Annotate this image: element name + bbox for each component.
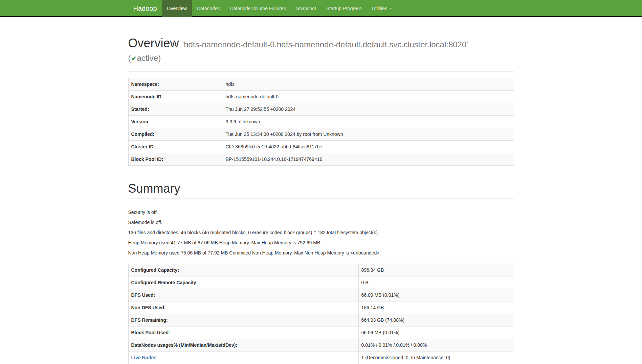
check-icon: ✔	[131, 55, 137, 63]
overview-page-header: Overview 'hdfs-namenode-default-0.hdfs-n…	[128, 37, 514, 72]
table-row: DFS Used: 66.09 MB (0.01%)	[128, 289, 514, 301]
summary-label-text: DataNodes usages% (Min/Median/Max/stdDev…	[131, 342, 238, 348]
table-row: Started: Thu Jun 27 09:52:55 +0200 2024	[128, 103, 514, 116]
status-close-paren: )	[158, 53, 161, 63]
nav-item-label: Overview	[167, 5, 187, 12]
summary-title: Summary	[128, 182, 514, 195]
summary-row-value: 1 (Decommissioned: 0, In Maintenance: 0)	[358, 351, 514, 364]
summary-row-value: 66.09 MB (0.01%)	[358, 289, 514, 301]
summary-page-header: Summary	[128, 182, 514, 199]
info-row-label: Started:	[128, 103, 223, 116]
summary-row-label: Configured Capacity:	[128, 264, 358, 276]
nav-item-label: Datanodes	[197, 5, 220, 12]
navbar-container: Hadoop Overview Datanodes Datanode Volum…	[123, 0, 519, 17]
nav-item[interactable]: Utilities	[367, 0, 397, 17]
info-row-value: Thu Jun 27 09:52:55 +0200 2024	[223, 103, 514, 116]
table-row: DataNodes usages% (Min/Median/Max/stdDev…	[128, 339, 514, 351]
status-label: active	[137, 53, 158, 63]
nav-item[interactable]: Datanodes	[192, 0, 225, 17]
top-navbar: Hadoop Overview Datanodes Datanode Volum…	[0, 0, 642, 17]
summary-label-text: DFS Used:	[131, 292, 155, 298]
table-row: Cluster ID: CID-368b9fc0-ee19-4d22-abbd-…	[128, 141, 514, 153]
info-row-label: Cluster ID:	[128, 141, 223, 153]
page-title-text: Overview	[128, 36, 179, 50]
namenode-info-table: Namespace: hdfs Namenode ID: hdfs-nameno…	[128, 78, 514, 166]
nav-item-label: Snapshot	[296, 5, 316, 12]
namenode-address: 'hdfs-namenode-default-0.hdfs-namenode-d…	[182, 40, 468, 49]
summary-paragraphs: Security is off. Safemode is off. 136 fi…	[128, 209, 514, 256]
nav-item[interactable]: Snapshot	[291, 0, 321, 17]
table-row: Non DFS Used: 186.14 GB	[128, 301, 514, 314]
summary-row-value: 896.34 GB	[358, 264, 514, 276]
summary-row-value: 0 B	[358, 276, 514, 289]
main-nav: Overview Datanodes Datanode Volume Failu…	[162, 0, 397, 17]
summary-row-value: 664.03 GB (74.08%)	[358, 314, 514, 326]
info-row-label: Block Pool ID:	[128, 153, 223, 166]
summary-table-wrap: Configured Capacity: 896.34 GB Configure…	[128, 264, 514, 364]
nav-item-label: Datanode Volume Failures	[230, 5, 286, 12]
nav-item[interactable]: Startup Progress	[321, 0, 367, 17]
table-row: DFS Remaining: 664.03 GB (74.08%)	[128, 314, 514, 326]
status-open-paren: (	[128, 53, 131, 63]
info-row-label: Compiled:	[128, 128, 223, 141]
table-row: Configured Remote Capacity: 0 B	[128, 276, 514, 289]
table-row: Namenode ID: hdfs-namenode-default-0	[128, 91, 514, 103]
table-row: Version: 3.3.6, rUnknown	[128, 116, 514, 128]
info-row-value: 3.3.6, rUnknown	[223, 116, 514, 128]
summary-paragraph: 136 files and directories, 46 blocks (46…	[128, 229, 514, 236]
namenode-info-body: Namespace: hdfs Namenode ID: hdfs-nameno…	[128, 78, 514, 166]
summary-paragraph: Non Heap Memory used 75.06 MB of 77.92 M…	[128, 249, 514, 256]
info-row-label: Namespace:	[128, 78, 223, 91]
info-row-label: Version:	[128, 116, 223, 128]
nav-item[interactable]: Datanode Volume Failures	[225, 0, 291, 17]
summary-label-text: DFS Remaining:	[131, 317, 168, 323]
info-row-value: CID-368b9fc0-ee19-4d22-abbd-84fcec8117be	[223, 141, 514, 153]
info-row-value: Tue Jun 25 13:34:00 +0200 2024 by root f…	[223, 128, 514, 141]
summary-label-text: Configured Remote Capacity:	[131, 280, 198, 285]
summary-row-value: 186.14 GB	[358, 301, 514, 314]
table-row: Block Pool Used: 66.09 MB (0.01%)	[128, 326, 514, 339]
table-row: Block Pool ID: BP-1515559101-10.244.0.16…	[128, 153, 514, 166]
summary-row-label: DFS Used:	[128, 289, 358, 301]
summary-row-label: Live Nodes	[128, 351, 358, 364]
summary-row-label: DataNodes usages% (Min/Median/Max/stdDev…	[128, 339, 358, 351]
nav-item-label: Utilities	[372, 5, 387, 12]
summary-row-value: 0.01% / 0.01% / 0.01% / 0.00%	[358, 339, 514, 351]
page-title: Overview 'hdfs-namenode-default-0.hdfs-n…	[128, 37, 514, 63]
summary-paragraph: Heap Memory used 41.77 MB of 87.06 MB He…	[128, 239, 514, 246]
summary-table: Configured Capacity: 896.34 GB Configure…	[128, 264, 514, 364]
table-row: Configured Capacity: 896.34 GB	[128, 264, 514, 276]
summary-label-text[interactable]: Live Nodes	[131, 355, 157, 360]
namenode-status: (✔active)	[128, 53, 161, 63]
main-content: Overview 'hdfs-namenode-default-0.hdfs-n…	[123, 37, 519, 364]
caret-down-icon	[389, 8, 392, 9]
summary-paragraph: Safemode is off.	[128, 219, 514, 226]
summary-paragraph: Security is off.	[128, 209, 514, 216]
summary-row-label: Configured Remote Capacity:	[128, 276, 358, 289]
info-row-value: hdfs	[223, 78, 514, 91]
table-row: Live Nodes 1 (Decommissioned: 0, In Main…	[128, 351, 514, 364]
summary-table-body: Configured Capacity: 896.34 GB Configure…	[128, 264, 514, 364]
info-row-label: Namenode ID:	[128, 91, 223, 103]
summary-row-value: 66.09 MB (0.01%)	[358, 326, 514, 339]
nav-item-label: Startup Progress	[326, 5, 362, 12]
summary-row-label: DFS Remaining:	[128, 314, 358, 326]
table-row: Compiled: Tue Jun 25 13:34:00 +0200 2024…	[128, 128, 514, 141]
summary-label-text: Configured Capacity:	[131, 267, 179, 273]
info-row-value: BP-1515559101-10.244.0.16-1719474769416	[223, 153, 514, 166]
info-row-value: hdfs-namenode-default-0	[223, 91, 514, 103]
nav-item[interactable]: Overview	[162, 0, 192, 17]
summary-row-label: Block Pool Used:	[128, 326, 358, 339]
summary-label-text: Non DFS Used:	[131, 305, 166, 310]
summary-row-label: Non DFS Used:	[128, 301, 358, 314]
summary-label-text: Block Pool Used:	[131, 330, 170, 335]
table-row: Namespace: hdfs	[128, 78, 514, 91]
brand-hadoop[interactable]: Hadoop	[128, 0, 162, 17]
